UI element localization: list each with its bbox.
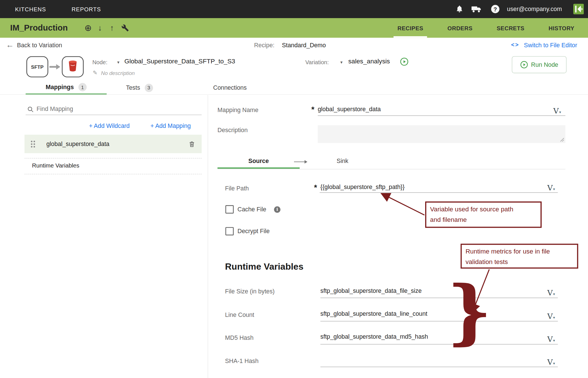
kitchen-bar: IM_Production ⊕ ↓ ↑ RECIPES ORDERS SECRE… <box>0 18 588 38</box>
input-underline <box>320 367 558 367</box>
input-underline <box>320 344 558 344</box>
tab-tests[interactable]: Tests 3 <box>115 81 164 94</box>
file-path-label: File Path <box>225 185 249 192</box>
variation-name[interactable]: sales_analysis <box>348 58 390 65</box>
run-variation-icon[interactable] <box>400 57 409 68</box>
variable-picker-icon[interactable]: V▾ <box>547 335 555 343</box>
list-divider <box>25 174 202 174</box>
back-to-variation-link[interactable]: Back to Variation <box>17 42 62 49</box>
variable-picker-icon[interactable]: V ▾ <box>547 184 555 192</box>
add-wildcard-button[interactable]: + Add Wildcard <box>89 123 130 129</box>
input-underline <box>320 321 558 321</box>
mapping-list-item[interactable]: global_superstore_data <box>25 135 202 153</box>
cache-file-label[interactable]: Cache File <box>237 206 266 213</box>
edit-description-icon[interactable]: ✎ <box>93 69 98 76</box>
sha1-hash-label: SHA-1 Hash <box>225 358 259 364</box>
search-icon <box>27 106 34 114</box>
kitchen-tabs: RECIPES ORDERS SECRETS HISTORY <box>377 18 588 38</box>
notifications-bell-icon[interactable] <box>455 5 464 15</box>
runtime-variables-item[interactable]: Runtime Variables <box>32 162 79 169</box>
input-underline <box>320 192 558 193</box>
tab-source[interactable]: Source <box>217 155 300 169</box>
tab-sink[interactable]: Sink <box>337 158 349 164</box>
variable-picker-icon[interactable]: V▾ <box>547 312 555 320</box>
back-icon[interactable]: ← <box>6 40 14 50</box>
code-icon[interactable]: < > <box>511 42 518 48</box>
source-to-sink-arrow-icon <box>294 159 308 166</box>
tabs-divider <box>0 94 588 94</box>
run-node-label: Run Node <box>531 61 558 68</box>
annotation-source-path-note: Variable used for source path and filena… <box>425 201 542 228</box>
file-size-variable-input[interactable]: sftp_global_superstore_data_file_size <box>320 287 421 294</box>
variable-picker-icon[interactable]: V ▾ <box>553 107 561 115</box>
switch-to-file-editor-link[interactable]: Switch to File Editor <box>524 42 577 49</box>
node-name[interactable]: Global_Superstore_Data_SFTP_to_S3 <box>124 58 235 65</box>
annotation-runtime-metrics-note: Runtime metrics for use in file validati… <box>461 244 578 269</box>
node-description[interactable]: No description <box>101 70 135 76</box>
cache-file-checkbox[interactable] <box>225 205 234 213</box>
run-node-button[interactable]: Run Node <box>512 56 567 73</box>
line-count-variable-input[interactable]: sftp_global_superstore_data_line_count <box>320 310 427 317</box>
flow-arrow-icon <box>49 63 61 72</box>
node-caret-icon[interactable]: ▼ <box>116 60 120 65</box>
tab-history[interactable]: HISTORY <box>545 18 578 38</box>
mapping-name-input[interactable]: global_superstore_data <box>318 106 381 113</box>
tab-mappings[interactable]: Mappings 1 <box>26 81 107 94</box>
decrypt-file-label[interactable]: Decrypt File <box>237 228 270 235</box>
add-mapping-button[interactable]: + Add Mapping <box>150 123 191 129</box>
nav-reports[interactable]: REPORTS <box>72 0 101 18</box>
tab-orders[interactable]: ORDERS <box>444 18 476 38</box>
recipe-name: Standard_Demo <box>282 42 326 49</box>
md5-hash-label: MD5 Hash <box>225 335 254 342</box>
tab-mappings-label: Mappings <box>46 84 74 91</box>
variation-caret-icon[interactable]: ▼ <box>340 60 343 65</box>
list-divider <box>25 158 202 158</box>
description-textarea[interactable] <box>318 125 565 143</box>
delete-mapping-icon[interactable] <box>188 140 196 148</box>
variation-label: Variation: <box>305 59 329 65</box>
mapping-name-label: Mapping Name <box>217 107 258 113</box>
decrypt-file-checkbox[interactable] <box>225 227 234 235</box>
app-logo-icon[interactable] <box>573 4 584 16</box>
panel-divider <box>208 95 208 378</box>
source-sink-divider <box>217 169 565 169</box>
file-path-input[interactable]: {{global_superstore_sftp_path}} <box>320 184 405 190</box>
arrow-up-icon[interactable]: ↑ <box>110 18 114 38</box>
drag-handle-icon[interactable] <box>31 141 35 147</box>
truck-icon[interactable] <box>471 5 482 15</box>
tab-tests-label: Tests <box>126 84 140 91</box>
brace-annotation: } <box>447 282 492 341</box>
kitchen-title: IM_Production <box>10 18 68 38</box>
required-marker: * <box>314 183 317 192</box>
add-circle-icon[interactable]: ⊕ <box>85 18 92 38</box>
recipe-label: Recipe: <box>254 42 274 49</box>
help-icon[interactable]: ? <box>491 5 499 13</box>
topbar: KITCHENS REPORTS ? user@company.com <box>0 0 588 18</box>
resize-handle-icon[interactable] <box>560 138 564 142</box>
description-label: Description <box>217 127 248 134</box>
info-icon[interactable]: i <box>274 206 280 213</box>
s3-icon <box>68 60 78 74</box>
variable-picker-icon[interactable]: V▾ <box>547 289 555 297</box>
user-menu[interactable]: user@company.com <box>507 0 562 18</box>
nav-kitchens[interactable]: KITCHENS <box>15 0 46 18</box>
tests-count-badge: 3 <box>145 83 153 92</box>
mappings-count-badge: 1 <box>78 83 87 91</box>
tab-source-label: Source <box>248 158 269 164</box>
node-label: Node: <box>92 59 107 65</box>
variable-picker-icon[interactable]: V▾ <box>547 358 555 366</box>
line-count-label: Line Count <box>225 312 254 318</box>
tab-connections[interactable]: Connections <box>198 81 262 94</box>
input-underline <box>320 298 558 298</box>
tab-secrets[interactable]: SECRETS <box>493 18 528 38</box>
tab-connections-label: Connections <box>213 84 247 91</box>
run-node-play-icon <box>520 61 528 69</box>
mapping-item-label: global_superstore_data <box>46 141 109 147</box>
tab-recipes[interactable]: RECIPES <box>394 18 427 38</box>
find-mapping-input[interactable] <box>36 104 184 114</box>
arrow-down-icon[interactable]: ↓ <box>98 18 102 38</box>
input-underline <box>318 115 565 116</box>
md5-hash-variable-input[interactable]: sftp_global_superstore_data_md5_hash <box>320 334 428 340</box>
wrench-icon[interactable] <box>121 18 129 38</box>
sftp-badge-label: SFTP <box>31 64 44 70</box>
